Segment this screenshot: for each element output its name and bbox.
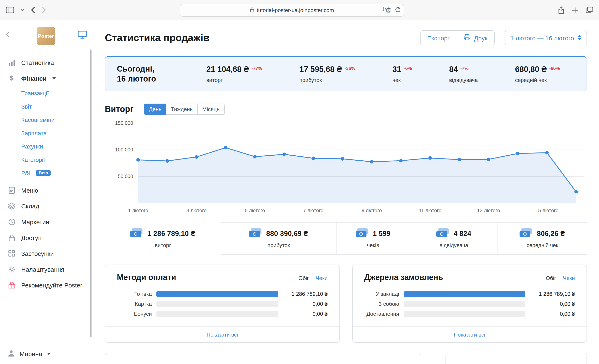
sidebar-nav: Статистика $ Фінанси Транзакції Звіт Кас… [0,52,92,293]
svg-text:3 лютого: 3 лютого [186,208,207,213]
svg-text:11 лютого: 11 лютого [419,208,441,213]
show-all-link[interactable]: Показати всі [454,332,485,338]
payment-methods-card: Методи оплати Обіг Чеки Готівка 1 286 78… [105,265,340,343]
money-icon [356,228,368,239]
sidebar-item-settings[interactable]: Налаштування [0,261,92,277]
today-stat-avg-check: 680,80 ₴-66% середній чек [515,65,560,83]
bar-track [156,291,278,297]
sidebar-item-inventory[interactable]: Склад [0,198,92,214]
sidebar-item-pl[interactable]: P&L Beta [0,166,92,180]
payment-row-bonus: Бонуси 0,00 ₴ [117,311,328,317]
finance-submenu: Транзакції Звіт Касові зміни Зарплата Ра… [0,86,92,182]
sidebar-item-finance[interactable]: $ Фінанси [0,70,92,86]
sidebar-item-marketing[interactable]: Маркетинг [0,214,92,230]
card-title: Методи оплати [117,273,292,282]
today-stat-revenue: 21 104,68 ₴-77% виторг [206,65,262,83]
tab-turnover[interactable]: Обіг [299,275,309,281]
user-name: Марина [19,350,42,357]
back-icon[interactable] [31,6,35,14]
user-menu[interactable]: Марина [0,343,92,364]
sidebar-item-label: Рекомендуйте Poster [21,281,82,288]
export-button[interactable]: Експорт [421,31,457,45]
revenue-section-title: Виторг [105,104,133,114]
source-row-takeaway: З собою 0,00 ₴ [364,301,575,307]
share-icon[interactable] [558,6,564,14]
sidebar-item-menu[interactable]: Меню [0,182,92,198]
show-all-link[interactable]: Показати всі [207,332,238,338]
pl-label: P&L [21,166,32,180]
sidebar-item-recommend[interactable]: Рекомендуйте Poster [0,277,92,293]
svg-text:文: 文 [387,9,390,12]
money-icon [437,228,449,239]
chevron-down-icon[interactable] [20,9,25,11]
translate-icon[interactable]: A文 [383,7,391,14]
svg-text:9 лютого: 9 лютого [362,208,382,213]
svg-text:5 лютого: 5 лютого [245,208,265,213]
sidebar-item-label: Налаштування [21,266,64,273]
gear-icon [8,266,16,273]
forward-icon[interactable] [42,6,46,14]
toggle-week[interactable]: Тиждень [166,104,198,115]
reload-icon[interactable] [395,7,401,14]
print-label: Друк [474,34,487,41]
total-avg-check-tab[interactable]: 806,26 ₴ середній чек [497,222,587,255]
sidebar-scrollbar[interactable] [90,50,91,337]
totals-row: 1 286 789,10 ₴ виторг 880 390,69 ₴ прибу… [105,222,587,255]
tab-checks[interactable]: Чеки [316,275,328,281]
sidebar-item-apps[interactable]: Застосунки [0,245,92,261]
total-profit-tab[interactable]: 880 390,69 ₴ прибуток [221,222,336,255]
sidebar-item-label: Статистика [21,59,54,66]
total-checks-tab[interactable]: 1 599 чеків [336,222,410,255]
card-title: За днями тижня [458,363,575,364]
card-title: Джерела замовлень [364,273,539,282]
sidebar-item-transactions[interactable]: Транзакції [0,87,92,100]
total-revenue-tab[interactable]: 1 286 789,10 ₴ виторг [105,222,221,255]
svg-text:13 лютого: 13 лютого [477,208,500,213]
payment-row-card: Картка 0,00 ₴ [117,301,328,307]
sidebar-collapse-icon[interactable] [6,31,10,40]
terminal-icon[interactable] [78,31,87,40]
toggle-day[interactable]: День [144,104,166,115]
bar-track [404,301,525,307]
poster-logo[interactable]: Poster [37,27,55,45]
menu-book-icon [8,186,16,194]
tabs-overview-icon[interactable] [586,7,593,13]
address-bar[interactable]: tutorial-poster-ua.joinposter.com A文 [180,4,404,17]
toggle-month[interactable]: Місяць [197,104,224,115]
sidebar-item-label: Маркетинг [21,218,52,225]
tab-turnover[interactable]: Обіг [546,275,556,281]
source-row-in-store: У закладі 1 286 789,10 ₴ [364,291,575,297]
revenue-chart: 50 000100 000150 0001 лютого3 лютого5 лю… [105,117,587,215]
main-content: Статистика продажів Експорт Друк [92,20,599,364]
sidebar-item-label: Склад [21,202,39,209]
today-stat-profit: 17 595,68 ₴-36% прибуток [299,65,355,83]
tab-checks[interactable]: Чеки [563,275,575,281]
sidebar-item-categories[interactable]: Категорії [0,153,92,166]
sidebar-item-salary[interactable]: Зарплата [0,126,92,140]
dollar-icon: $ [8,74,16,82]
source-row-delivery: Доставлення 0,00 ₴ [364,311,575,317]
print-button[interactable]: Друк [457,31,494,45]
sidebar-toggle-icon[interactable] [6,7,14,13]
sidebar: Poster Статистика $ Фінанси [0,20,92,364]
svg-text:50 000: 50 000 [118,173,133,179]
svg-text:150 000: 150 000 [115,120,133,126]
new-tab-icon[interactable] [572,7,578,13]
money-icon [249,228,262,239]
bar-fill [156,291,278,297]
sidebar-item-access[interactable]: Доступ [0,230,92,245]
printer-icon [464,34,471,42]
sidebar-item-cash-shifts[interactable]: Касові зміни [0,113,92,126]
sidebar-item-label: Фінанси [21,75,47,82]
sidebar-item-statistics[interactable]: Статистика [0,54,92,70]
sidebar-item-accounts[interactable]: Рахунки [0,140,92,153]
export-label: Експорт [427,34,450,41]
url-text: tutorial-poster-ua.joinposter.com [257,7,334,13]
bar-track [156,311,278,317]
date-range-selector[interactable]: 1 лютого — 16 лютого [505,31,587,45]
svg-text:7 лютого: 7 лютого [303,208,323,213]
sidebar-item-report[interactable]: Звіт [0,100,92,113]
sidebar-item-label: Меню [21,186,38,194]
svg-text:1 лютого: 1 лютого [128,208,148,213]
total-visitors-tab[interactable]: 4 824 відвідувача [410,222,497,255]
